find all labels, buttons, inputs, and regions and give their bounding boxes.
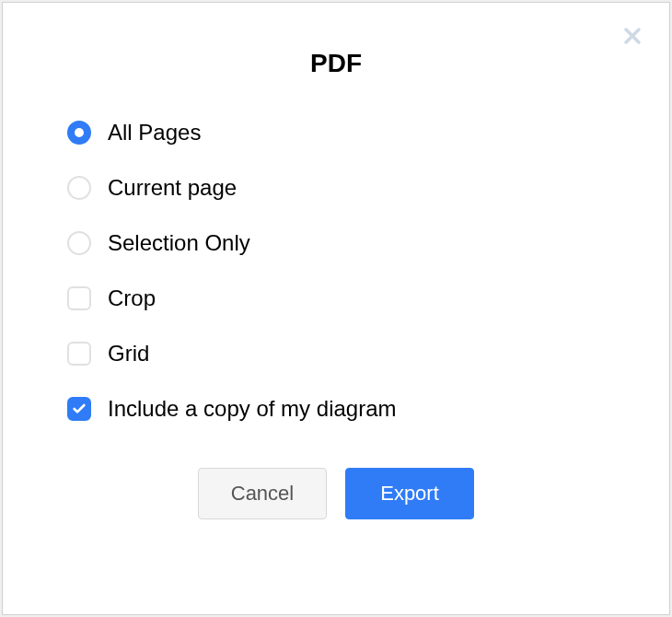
options-group: All Pages Current page Selection Only Cr…: [67, 120, 605, 422]
dialog-title: PDF: [67, 49, 605, 78]
checkbox-icon: [67, 342, 91, 366]
checkbox-crop[interactable]: Crop: [67, 285, 605, 311]
pdf-export-dialog: PDF All Pages Current page Selection Onl…: [2, 2, 670, 615]
option-label: Crop: [108, 285, 156, 311]
radio-selection-only[interactable]: Selection Only: [67, 230, 605, 256]
option-label: Include a copy of my diagram: [108, 396, 397, 422]
export-button[interactable]: Export: [345, 468, 474, 519]
close-icon[interactable]: [621, 25, 643, 47]
checkbox-icon: [67, 286, 91, 310]
checkbox-include-copy[interactable]: Include a copy of my diagram: [67, 396, 605, 422]
checkbox-grid[interactable]: Grid: [67, 341, 605, 367]
radio-icon: [67, 121, 91, 145]
cancel-button[interactable]: Cancel: [198, 468, 327, 519]
checkbox-icon: [67, 397, 91, 421]
radio-current-page[interactable]: Current page: [67, 175, 605, 201]
radio-all-pages[interactable]: All Pages: [67, 120, 605, 146]
option-label: Current page: [108, 175, 237, 201]
option-label: Grid: [108, 341, 149, 367]
radio-icon: [67, 231, 91, 255]
option-label: Selection Only: [108, 230, 250, 256]
option-label: All Pages: [108, 120, 201, 146]
button-row: Cancel Export: [67, 468, 605, 519]
radio-icon: [67, 176, 91, 200]
